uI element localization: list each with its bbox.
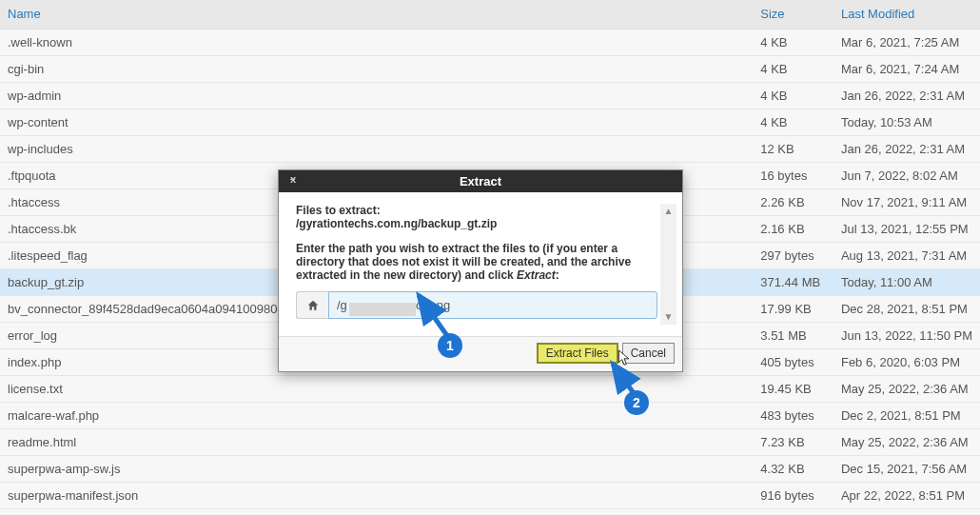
cell-size: 297 bytes [753, 243, 833, 269]
cell-modified: Jun 7, 2022, 8:02 AM [833, 163, 980, 189]
table-header-row: Name Size Last Modified [0, 0, 980, 30]
cell-name: wp-includes [0, 136, 753, 163]
cell-size: 7.23 KB [753, 429, 833, 456]
cell-size: 4 KB [753, 56, 833, 83]
cancel-button[interactable]: Cancel [622, 343, 675, 364]
cell-name: wp-content [0, 109, 753, 136]
cell-name: wp-admin [0, 83, 753, 109]
cell-modified: Mar 6, 2021, 7:25 AM [833, 30, 980, 56]
cell-modified: Apr 22, 2022, 8:51 PM [833, 483, 980, 509]
home-button[interactable] [296, 291, 328, 319]
cell-size: 405 bytes [753, 349, 833, 376]
cell-modified: Today, 10:53 AM [833, 109, 980, 136]
table-row[interactable]: wp-includes12 KBJan 26, 2022, 2:31 AM [0, 136, 980, 163]
table-row[interactable]: readme.html7.23 KBMay 25, 2022, 2:36 AM [0, 429, 980, 456]
home-icon [306, 299, 320, 312]
cell-size: 4 KB [753, 83, 833, 109]
dialog-footer: Extract Files Cancel [279, 336, 682, 371]
table-row[interactable]: superpwa-sw.js4.33 KBApr 22, 2022, 8:51 … [0, 509, 980, 516]
cell-modified: Feb 6, 2020, 6:03 PM [833, 349, 980, 376]
cell-modified: Dec 28, 2021, 8:51 PM [833, 296, 980, 323]
cell-size: 4 KB [753, 30, 833, 56]
cell-modified: Jun 13, 2022, 11:50 PM [833, 323, 980, 349]
table-row[interactable]: cgi-bin4 KBMar 6, 2021, 7:24 AM [0, 56, 980, 83]
dialog-title: Extract [460, 174, 501, 188]
cell-size: 371.44 MB [753, 269, 833, 296]
cell-size: 19.45 KB [753, 376, 833, 403]
cell-name: superpwa-manifest.json [0, 483, 753, 509]
extract-dialog: x Extract ▲ ▼ Files to extract: /gyratio… [278, 169, 683, 372]
cell-size: 16 bytes [753, 163, 833, 189]
cell-modified: Mar 6, 2021, 7:24 AM [833, 56, 980, 83]
cell-modified: Today, 11:00 AM [833, 269, 980, 296]
table-row[interactable]: wp-content4 KBToday, 10:53 AM [0, 109, 980, 136]
cell-modified: Dec 2, 2021, 8:51 PM [833, 403, 980, 429]
cell-size: 3.51 MB [753, 323, 833, 349]
cell-size: 17.99 KB [753, 296, 833, 323]
extract-files-button[interactable]: Extract Files [537, 343, 618, 364]
close-icon[interactable]: x [290, 173, 295, 185]
table-row[interactable]: superpwa-manifest.json916 bytesApr 22, 2… [0, 483, 980, 509]
table-row[interactable]: malcare-waf.php483 bytesDec 2, 2021, 8:5… [0, 403, 980, 429]
col-header-size[interactable]: Size [753, 0, 833, 30]
cell-modified: Jan 26, 2022, 2:31 AM [833, 83, 980, 109]
col-header-name[interactable]: Name [0, 0, 753, 30]
cell-size: 4.32 KB [753, 456, 833, 483]
files-to-extract-value: /gyrationtechs.com.ng/backup_gt.zip [296, 217, 497, 230]
cell-size: 2.16 KB [753, 216, 833, 243]
cell-size: 12 KB [753, 136, 833, 163]
table-row[interactable]: superpwa-amp-sw.js4.32 KBDec 15, 2021, 7… [0, 456, 980, 483]
cell-modified: Jan 26, 2022, 2:31 AM [833, 136, 980, 163]
cell-name: superpwa-amp-sw.js [0, 456, 753, 483]
instruction-text: Enter the path you wish to extract the f… [296, 242, 657, 282]
col-header-modified[interactable]: Last Modified [833, 0, 980, 30]
dialog-body: ▲ ▼ Files to extract: /gyrationtechs.com… [279, 192, 682, 336]
cell-size: 4 KB [753, 109, 833, 136]
cell-name: malcare-waf.php [0, 403, 753, 429]
cell-name: license.txt [0, 376, 753, 403]
scroll-down-icon[interactable]: ▼ [660, 309, 676, 325]
scroll-up-icon[interactable]: ▲ [660, 204, 676, 219]
cell-size: 4.33 KB [753, 509, 833, 516]
dialog-titlebar[interactable]: x Extract [279, 170, 682, 192]
table-row[interactable]: wp-admin4 KBJan 26, 2022, 2:31 AM [0, 83, 980, 109]
cell-modified: Nov 17, 2021, 9:11 AM [833, 189, 980, 216]
cell-modified: May 25, 2022, 2:36 AM [833, 429, 980, 456]
cell-modified: Apr 22, 2022, 8:51 PM [833, 509, 980, 516]
cell-size: 916 bytes [753, 483, 833, 509]
cell-name: superpwa-sw.js [0, 509, 753, 516]
cell-modified: Dec 15, 2021, 7:56 AM [833, 456, 980, 483]
cell-modified: Jul 13, 2021, 12:55 PM [833, 216, 980, 243]
files-to-extract-label: Files to extract: [296, 204, 381, 217]
dialog-scrollbar[interactable]: ▲ ▼ [660, 204, 676, 325]
table-row[interactable]: license.txt19.45 KBMay 25, 2022, 2:36 AM [0, 376, 980, 403]
table-row[interactable]: .well-known4 KBMar 6, 2021, 7:25 AM [0, 30, 980, 56]
cell-modified: Aug 13, 2021, 7:31 AM [833, 243, 980, 269]
cell-size: 2.26 KB [753, 189, 833, 216]
cell-name: cgi-bin [0, 56, 753, 83]
cell-name: readme.html [0, 429, 753, 456]
cell-size: 483 bytes [753, 403, 833, 429]
cell-modified: May 25, 2022, 2:36 AM [833, 376, 980, 403]
cell-name: .well-known [0, 30, 753, 56]
redacted-area [349, 303, 416, 316]
